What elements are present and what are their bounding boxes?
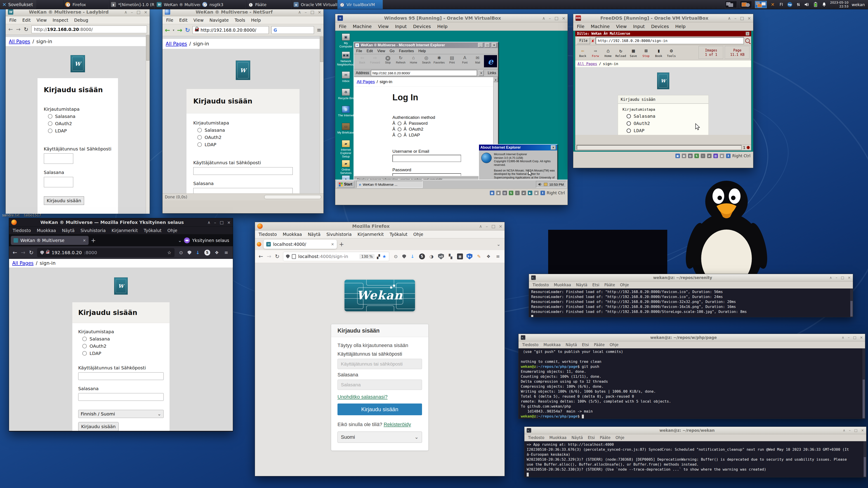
minimize-button[interactable]: – xyxy=(849,428,851,432)
close-button[interactable]: × xyxy=(499,224,502,229)
tab-localhost[interactable]: W localhost:4000/ ✕ xyxy=(264,240,337,249)
forward-button[interactable]: ⇨Forw xyxy=(589,48,601,58)
fingerprint-icon[interactable]: ⊙ xyxy=(393,254,399,259)
menu-favorites[interactable]: Favorites xyxy=(399,49,414,53)
radio-oauth2[interactable]: OAuth2 xyxy=(627,121,704,126)
vm-screen[interactable]: Dillo: WeKan Â® Multiverse ✕ File ✘ http… xyxy=(573,31,753,152)
sign-in-button[interactable]: Kirjaudu sisään xyxy=(78,422,119,431)
scroll-up-icon[interactable]: ▲ xyxy=(493,77,498,82)
radio-icon[interactable] xyxy=(627,114,631,119)
desktop-icon-online-services[interactable]: ▰Online Services xyxy=(337,160,355,175)
menu-help[interactable]: Help xyxy=(418,49,426,53)
start-button[interactable]: Start xyxy=(337,181,354,188)
taskbar-task-wekan[interactable]: e WeKan ® Multiverse ... xyxy=(356,181,423,188)
maximize-button[interactable]: □ xyxy=(485,43,490,47)
tray-icon[interactable] xyxy=(544,183,548,186)
squares-icon[interactable]: ▚ xyxy=(447,254,454,259)
feather-icon[interactable]: ✎ xyxy=(476,254,482,259)
shade-button[interactable]: ∧ xyxy=(542,16,545,21)
taskbar-item-gimp[interactable]: ◗ *[Nimetön]-1.0 (RGB-vä... xyxy=(109,0,155,9)
ie-titlebar[interactable]: e WeKan ® Multiverse - Microsoft Interne… xyxy=(354,42,498,48)
new-tab-button[interactable]: + xyxy=(91,237,96,244)
minimize-button[interactable]: – xyxy=(486,224,488,229)
menu-tiedosto[interactable]: Tiedosto xyxy=(522,343,538,347)
maximize-button[interactable]: □ xyxy=(220,220,223,225)
vm-cd-icon[interactable]: ◉ xyxy=(496,191,501,195)
download-icon[interactable]: ↓ xyxy=(410,254,415,259)
forward-icon[interactable]: → xyxy=(267,253,271,260)
maximize-button[interactable]: □ xyxy=(854,428,857,432)
scrollbar-thumb[interactable] xyxy=(864,457,866,477)
hp-tray-icon[interactable]: hp xyxy=(787,2,793,7)
menu-file[interactable]: File xyxy=(339,24,346,29)
menu-tiedosto[interactable]: Tiedosto xyxy=(532,283,549,287)
menu-view[interactable]: View xyxy=(378,24,389,29)
back-icon[interactable]: ← xyxy=(165,26,170,34)
vm-disk-icon[interactable]: ▤ xyxy=(688,154,692,158)
close-button[interactable]: × xyxy=(551,145,556,150)
vm-cd-icon[interactable]: ◉ xyxy=(682,154,686,158)
radio-icon[interactable] xyxy=(627,121,631,126)
desktop-icon-my-computer[interactable]: ▣My Computer xyxy=(337,33,355,48)
radio-icon[interactable] xyxy=(627,129,631,133)
reader-icon[interactable]: ▞ xyxy=(377,254,380,259)
menu-paate[interactable]: Pääte xyxy=(594,343,604,347)
radio-oauth2[interactable]: ÂÂOAuth2 xyxy=(393,127,498,132)
titlebar[interactable]: >_ wekan@z: ~/repos/wekan ∧ – □ × xyxy=(524,427,866,434)
maximize-button[interactable]: □ xyxy=(740,16,744,21)
tab-wekan[interactable]: WeKan ® Multiverse ✕ xyxy=(11,236,89,245)
reload-icon[interactable]: ↻ xyxy=(24,26,28,33)
reload-icon[interactable]: ↻ xyxy=(185,27,190,33)
password-input[interactable] xyxy=(338,380,422,390)
breadcrumb-all-pages-link[interactable]: All Pages xyxy=(357,79,375,84)
menu-input[interactable]: Input xyxy=(395,24,407,29)
menu-devices[interactable]: Devices xyxy=(651,24,669,29)
tab-close-icon[interactable]: ✕ xyxy=(331,242,334,247)
radio-password[interactable]: Salasana xyxy=(48,113,112,119)
address-dropdown-icon[interactable]: ▾ xyxy=(479,70,484,76)
radio-icon[interactable] xyxy=(398,133,401,137)
stop-button[interactable]: ⊠Stop xyxy=(640,48,652,58)
desktop-icon-the-internet[interactable]: ◍The Internet xyxy=(337,106,355,117)
scrollbar-thumb[interactable] xyxy=(850,301,852,317)
vm-clipboard-icon[interactable]: ▥ xyxy=(713,154,718,158)
shade-button[interactable]: ∧ xyxy=(843,428,845,432)
username-input[interactable] xyxy=(393,155,461,162)
workspace-2[interactable] xyxy=(740,1,752,8)
sign-in-button[interactable]: Kirjaudu sisään xyxy=(44,196,84,205)
menu-nayta[interactable]: Näytä xyxy=(62,228,74,233)
sign-in-button[interactable]: Kirjaudu sisään xyxy=(338,403,422,415)
radio-password[interactable]: Salasana xyxy=(82,336,164,341)
menu-ohje[interactable]: Ohje xyxy=(413,232,423,237)
bookmarks-button[interactable]: ▮Book xyxy=(653,48,665,58)
scrollbar-thumb[interactable] xyxy=(146,35,149,61)
taskbar-item-terminal[interactable]: >_5 Pääte xyxy=(246,0,291,9)
radio-icon[interactable] xyxy=(197,142,202,147)
maximize-button[interactable]: □ xyxy=(841,275,844,280)
taskbar-item-firefox[interactable]: 3 Firefox xyxy=(63,0,109,9)
close-button[interactable]: × xyxy=(848,275,850,280)
menu-muokkaa[interactable]: Muokkaa xyxy=(554,283,571,287)
breadcrumb-all-pages-link[interactable]: All Pages xyxy=(578,62,597,66)
close-button[interactable]: × xyxy=(318,10,321,14)
breadcrumb-all-pages-link[interactable]: All Pages xyxy=(12,260,34,266)
menu-inspect[interactable]: Inspect xyxy=(53,18,68,23)
password-input[interactable] xyxy=(393,173,461,176)
tray-app-icon[interactable]: ✕ xyxy=(770,2,775,7)
shade-button[interactable]: ∧ xyxy=(842,335,844,339)
password-input[interactable] xyxy=(44,177,73,187)
menu-view[interactable]: View xyxy=(37,18,47,23)
radio-icon[interactable] xyxy=(197,135,202,140)
desktop-icon-network[interactable]: ▣▣Network Neighborhood xyxy=(337,52,355,66)
menu-file[interactable]: File xyxy=(166,18,174,23)
scrollbar-thumb[interactable] xyxy=(863,380,865,418)
tracking-shield-icon[interactable] xyxy=(286,254,289,258)
forward-icon[interactable]: → xyxy=(21,250,25,256)
menu-tyokalut[interactable]: Työkalut xyxy=(390,232,408,237)
uo-shield-icon[interactable]: uO xyxy=(438,254,444,259)
shade-button[interactable]: ∧ xyxy=(124,10,127,14)
tab-close-icon[interactable]: ✕ xyxy=(83,238,86,242)
terminal-output[interactable]: (use "git push" to publish your local co… xyxy=(519,348,865,419)
vm-network-icon[interactable]: ⇅ xyxy=(694,154,699,158)
links-label[interactable]: Links xyxy=(488,71,496,75)
